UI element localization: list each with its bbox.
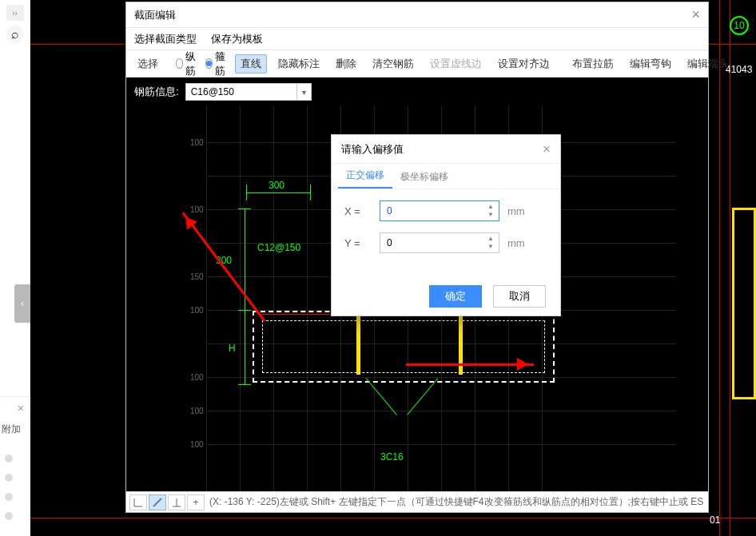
dialog-tabs: 正交偏移 极坐标偏移 <box>332 164 560 189</box>
x-spinner: ▲ ▼ <box>380 201 499 221</box>
grid-bubble: 10 <box>730 16 749 35</box>
y-unit: mm <box>507 237 528 249</box>
radio-label: 箍筋 <box>215 50 229 78</box>
search-icon[interactable]: ⌕ <box>6 26 24 43</box>
modal-menubar: 选择截面类型 保存为模板 <box>126 28 708 50</box>
x-input[interactable] <box>380 201 499 221</box>
dialog-titlebar: 请输入偏移值 × <box>332 135 560 164</box>
left-rail: ›› ⌕ ‹ × 附加 <box>0 0 30 536</box>
tool-select[interactable]: 选择 <box>133 55 163 73</box>
status-tool-perp-icon[interactable] <box>168 494 185 510</box>
chevron-up-icon[interactable]: ▲ <box>485 204 496 210</box>
annotation-arrow-right <box>406 363 534 366</box>
callout-c12-150: C12@150 <box>257 242 300 253</box>
tool-edit-bend[interactable]: 编辑弯钩 <box>625 55 676 73</box>
x-label: X = <box>344 205 372 217</box>
tab-ortho[interactable]: 正交偏移 <box>338 164 392 189</box>
dialog-body: X = ▲ ▼ mm Y = ▲ ▼ mm <box>332 189 560 277</box>
status-bar: + (X: -136 Y: -225)左键或 Shift+ 左键指定下一点（可通… <box>126 491 708 512</box>
stirrup-bar <box>356 311 360 375</box>
add-label: 附加 <box>2 423 21 436</box>
status-coord-text: (X: -136 Y: -225)左键或 Shift+ 左键指定下一点（可通过快… <box>209 495 703 509</box>
radio-icon <box>176 58 183 69</box>
chevron-down-icon[interactable]: ▼ <box>485 244 496 250</box>
dropdown-icon[interactable]: ▾ <box>297 83 312 101</box>
modal-toolbar: 选择 纵筋 箍筋 直线 隐藏标注 删除 清空钢筋 设置虚线边 设置对齐边 布置拉… <box>126 50 708 77</box>
rail-expand-handle[interactable]: ‹ <box>14 284 30 323</box>
lower-left-panel: × 附加 <box>0 396 30 536</box>
magnifier-icon: ⌕ <box>11 27 19 42</box>
radio-label: 纵筋 <box>185 50 199 78</box>
tool-delete[interactable]: 删除 <box>331 55 361 73</box>
radio-icon <box>205 58 213 69</box>
tool-hide-dim[interactable]: 隐藏标注 <box>273 55 324 73</box>
dim-h: H <box>229 343 236 354</box>
status-tool-xy-icon[interactable] <box>129 494 147 510</box>
panel-dot-icon <box>5 455 13 463</box>
y-input[interactable] <box>380 232 499 253</box>
chevron-up-icon[interactable]: ▲ <box>485 236 496 242</box>
dialog-title: 请输入偏移值 <box>341 142 404 157</box>
row-y: Y = ▲ ▼ mm <box>344 232 547 253</box>
offset-dialog: 请输入偏移值 × 正交偏移 极坐标偏移 X = ▲ ▼ mm Y = ▲ <box>331 134 561 316</box>
panel-dot-icon <box>5 493 13 501</box>
radio-longitudinal[interactable]: 纵筋 <box>176 50 199 78</box>
panel-dot-icon <box>5 474 13 482</box>
tool-arrange-tie[interactable]: 布置拉筋 <box>567 55 619 73</box>
panel-dot-icon <box>5 512 13 520</box>
modal-title: 截面编辑 <box>134 8 176 22</box>
rebar-info-bar: 钢筋信息: ▾ <box>126 77 708 106</box>
menu-save-template[interactable]: 保存为模板 <box>211 32 263 46</box>
x-stepper[interactable]: ▲ ▼ <box>485 204 496 218</box>
close-icon[interactable]: × <box>18 402 24 415</box>
bg-label-01: 01 <box>710 514 720 526</box>
radio-hoop[interactable]: 箍筋 <box>205 50 229 78</box>
close-icon[interactable]: × <box>691 6 700 23</box>
y-stepper[interactable]: ▲ ▼ <box>485 236 496 250</box>
grid-tick: 100 <box>190 138 204 147</box>
modal-titlebar: 截面编辑 × <box>126 2 708 28</box>
grid-tick: 100 <box>190 407 204 415</box>
tool-clear-bars[interactable]: 清空钢筋 <box>368 55 419 73</box>
plus-icon: + <box>193 497 198 508</box>
dialog-buttons: 确定 取消 <box>332 277 560 316</box>
callout-3c16: 3C16 <box>380 451 404 463</box>
tool-set-align[interactable]: 设置对齐边 <box>493 55 555 73</box>
y-label: Y = <box>344 237 372 249</box>
rebar-info-label: 钢筋信息: <box>134 85 179 99</box>
status-tool-line-icon[interactable] <box>149 494 166 510</box>
close-icon[interactable]: × <box>543 141 551 157</box>
dim-300-top: 300 <box>269 180 284 191</box>
grid-tick: 150 <box>190 272 204 281</box>
y-spinner: ▲ ▼ <box>380 232 499 253</box>
status-tool-plus-icon[interactable]: + <box>187 494 205 510</box>
tool-set-dashed[interactable]: 设置虚线边 <box>425 55 487 73</box>
tab-polar[interactable]: 极坐标偏移 <box>392 165 456 189</box>
x-unit: mm <box>507 205 528 217</box>
rail-collapse-button[interactable]: ›› <box>6 5 24 21</box>
row-x: X = ▲ ▼ mm <box>344 201 547 221</box>
menu-select-type[interactable]: 选择截面类型 <box>134 32 197 46</box>
tool-edit-end[interactable]: 编辑端头 <box>682 55 734 73</box>
grid-tick: 100 <box>190 440 204 449</box>
rebar-info-input[interactable] <box>185 83 297 101</box>
tool-line[interactable]: 直线 <box>235 54 267 73</box>
grid-tick: 100 <box>190 205 204 214</box>
cancel-button[interactable]: 取消 <box>493 285 546 308</box>
ok-button[interactable]: 确定 <box>429 285 482 308</box>
grid-tick: 100 <box>190 373 204 382</box>
chevron-down-icon[interactable]: ▼ <box>485 212 496 218</box>
grid-tick: 100 <box>190 306 204 315</box>
